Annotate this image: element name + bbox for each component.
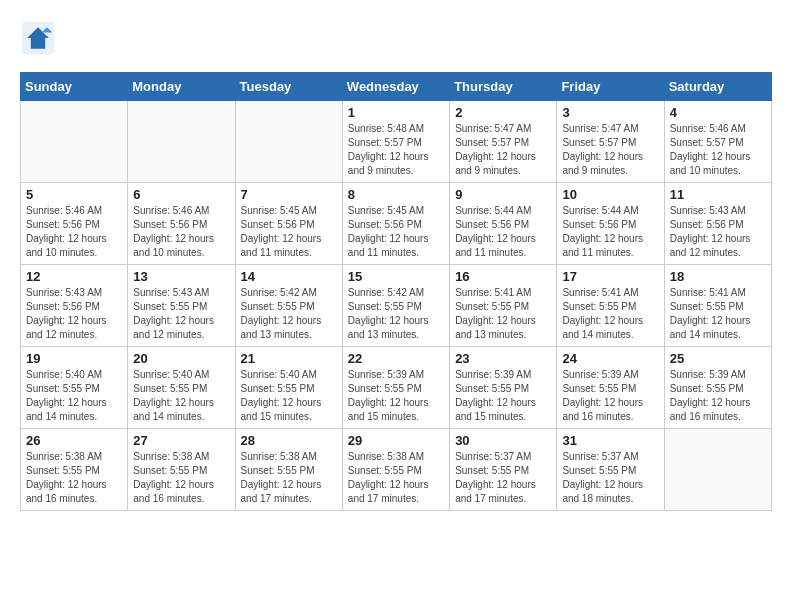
calendar-header-row: SundayMondayTuesdayWednesdayThursdayFrid… bbox=[21, 73, 772, 101]
day-info: Sunrise: 5:43 AM Sunset: 5:55 PM Dayligh… bbox=[133, 286, 229, 342]
calendar-cell bbox=[664, 429, 771, 511]
calendar-cell: 19Sunrise: 5:40 AM Sunset: 5:55 PM Dayli… bbox=[21, 347, 128, 429]
day-info: Sunrise: 5:38 AM Sunset: 5:55 PM Dayligh… bbox=[348, 450, 444, 506]
day-info: Sunrise: 5:38 AM Sunset: 5:55 PM Dayligh… bbox=[26, 450, 122, 506]
calendar-cell: 2Sunrise: 5:47 AM Sunset: 5:57 PM Daylig… bbox=[450, 101, 557, 183]
day-info: Sunrise: 5:38 AM Sunset: 5:55 PM Dayligh… bbox=[241, 450, 337, 506]
day-info: Sunrise: 5:41 AM Sunset: 5:55 PM Dayligh… bbox=[455, 286, 551, 342]
day-header-wednesday: Wednesday bbox=[342, 73, 449, 101]
calendar-cell: 21Sunrise: 5:40 AM Sunset: 5:55 PM Dayli… bbox=[235, 347, 342, 429]
day-header-thursday: Thursday bbox=[450, 73, 557, 101]
day-number: 31 bbox=[562, 433, 658, 448]
calendar-cell: 9Sunrise: 5:44 AM Sunset: 5:56 PM Daylig… bbox=[450, 183, 557, 265]
day-number: 16 bbox=[455, 269, 551, 284]
day-info: Sunrise: 5:44 AM Sunset: 5:56 PM Dayligh… bbox=[455, 204, 551, 260]
day-info: Sunrise: 5:40 AM Sunset: 5:55 PM Dayligh… bbox=[133, 368, 229, 424]
calendar-cell: 28Sunrise: 5:38 AM Sunset: 5:55 PM Dayli… bbox=[235, 429, 342, 511]
calendar-cell: 4Sunrise: 5:46 AM Sunset: 5:57 PM Daylig… bbox=[664, 101, 771, 183]
day-info: Sunrise: 5:42 AM Sunset: 5:55 PM Dayligh… bbox=[241, 286, 337, 342]
day-number: 3 bbox=[562, 105, 658, 120]
day-number: 21 bbox=[241, 351, 337, 366]
day-header-saturday: Saturday bbox=[664, 73, 771, 101]
calendar-cell: 27Sunrise: 5:38 AM Sunset: 5:55 PM Dayli… bbox=[128, 429, 235, 511]
day-info: Sunrise: 5:44 AM Sunset: 5:56 PM Dayligh… bbox=[562, 204, 658, 260]
calendar-cell: 15Sunrise: 5:42 AM Sunset: 5:55 PM Dayli… bbox=[342, 265, 449, 347]
day-number: 27 bbox=[133, 433, 229, 448]
day-number: 20 bbox=[133, 351, 229, 366]
day-info: Sunrise: 5:42 AM Sunset: 5:55 PM Dayligh… bbox=[348, 286, 444, 342]
calendar-cell: 1Sunrise: 5:48 AM Sunset: 5:57 PM Daylig… bbox=[342, 101, 449, 183]
day-info: Sunrise: 5:43 AM Sunset: 5:56 PM Dayligh… bbox=[670, 204, 766, 260]
day-info: Sunrise: 5:46 AM Sunset: 5:56 PM Dayligh… bbox=[26, 204, 122, 260]
day-header-tuesday: Tuesday bbox=[235, 73, 342, 101]
calendar-cell: 29Sunrise: 5:38 AM Sunset: 5:55 PM Dayli… bbox=[342, 429, 449, 511]
calendar-cell: 8Sunrise: 5:45 AM Sunset: 5:56 PM Daylig… bbox=[342, 183, 449, 265]
calendar-cell bbox=[235, 101, 342, 183]
day-info: Sunrise: 5:46 AM Sunset: 5:57 PM Dayligh… bbox=[670, 122, 766, 178]
calendar-cell: 18Sunrise: 5:41 AM Sunset: 5:55 PM Dayli… bbox=[664, 265, 771, 347]
day-number: 8 bbox=[348, 187, 444, 202]
logo bbox=[20, 20, 62, 56]
day-number: 14 bbox=[241, 269, 337, 284]
day-number: 24 bbox=[562, 351, 658, 366]
calendar-cell: 6Sunrise: 5:46 AM Sunset: 5:56 PM Daylig… bbox=[128, 183, 235, 265]
day-number: 13 bbox=[133, 269, 229, 284]
day-info: Sunrise: 5:37 AM Sunset: 5:55 PM Dayligh… bbox=[562, 450, 658, 506]
calendar-week-row: 12Sunrise: 5:43 AM Sunset: 5:56 PM Dayli… bbox=[21, 265, 772, 347]
calendar-cell: 31Sunrise: 5:37 AM Sunset: 5:55 PM Dayli… bbox=[557, 429, 664, 511]
calendar-cell: 23Sunrise: 5:39 AM Sunset: 5:55 PM Dayli… bbox=[450, 347, 557, 429]
day-info: Sunrise: 5:39 AM Sunset: 5:55 PM Dayligh… bbox=[348, 368, 444, 424]
day-number: 6 bbox=[133, 187, 229, 202]
day-info: Sunrise: 5:39 AM Sunset: 5:55 PM Dayligh… bbox=[670, 368, 766, 424]
day-number: 29 bbox=[348, 433, 444, 448]
calendar-cell: 24Sunrise: 5:39 AM Sunset: 5:55 PM Dayli… bbox=[557, 347, 664, 429]
day-info: Sunrise: 5:46 AM Sunset: 5:56 PM Dayligh… bbox=[133, 204, 229, 260]
day-info: Sunrise: 5:48 AM Sunset: 5:57 PM Dayligh… bbox=[348, 122, 444, 178]
calendar-cell: 14Sunrise: 5:42 AM Sunset: 5:55 PM Dayli… bbox=[235, 265, 342, 347]
day-info: Sunrise: 5:39 AM Sunset: 5:55 PM Dayligh… bbox=[562, 368, 658, 424]
day-info: Sunrise: 5:38 AM Sunset: 5:55 PM Dayligh… bbox=[133, 450, 229, 506]
day-number: 23 bbox=[455, 351, 551, 366]
day-number: 15 bbox=[348, 269, 444, 284]
calendar-cell: 12Sunrise: 5:43 AM Sunset: 5:56 PM Dayli… bbox=[21, 265, 128, 347]
day-info: Sunrise: 5:39 AM Sunset: 5:55 PM Dayligh… bbox=[455, 368, 551, 424]
day-info: Sunrise: 5:45 AM Sunset: 5:56 PM Dayligh… bbox=[348, 204, 444, 260]
page-header bbox=[20, 20, 772, 56]
day-info: Sunrise: 5:41 AM Sunset: 5:55 PM Dayligh… bbox=[670, 286, 766, 342]
day-info: Sunrise: 5:47 AM Sunset: 5:57 PM Dayligh… bbox=[562, 122, 658, 178]
calendar-cell: 13Sunrise: 5:43 AM Sunset: 5:55 PM Dayli… bbox=[128, 265, 235, 347]
day-number: 26 bbox=[26, 433, 122, 448]
day-number: 10 bbox=[562, 187, 658, 202]
day-number: 7 bbox=[241, 187, 337, 202]
day-number: 28 bbox=[241, 433, 337, 448]
day-header-monday: Monday bbox=[128, 73, 235, 101]
calendar-week-row: 5Sunrise: 5:46 AM Sunset: 5:56 PM Daylig… bbox=[21, 183, 772, 265]
calendar-cell: 25Sunrise: 5:39 AM Sunset: 5:55 PM Dayli… bbox=[664, 347, 771, 429]
calendar-week-row: 26Sunrise: 5:38 AM Sunset: 5:55 PM Dayli… bbox=[21, 429, 772, 511]
day-info: Sunrise: 5:47 AM Sunset: 5:57 PM Dayligh… bbox=[455, 122, 551, 178]
day-header-sunday: Sunday bbox=[21, 73, 128, 101]
day-number: 4 bbox=[670, 105, 766, 120]
calendar-cell: 5Sunrise: 5:46 AM Sunset: 5:56 PM Daylig… bbox=[21, 183, 128, 265]
calendar-week-row: 1Sunrise: 5:48 AM Sunset: 5:57 PM Daylig… bbox=[21, 101, 772, 183]
day-info: Sunrise: 5:45 AM Sunset: 5:56 PM Dayligh… bbox=[241, 204, 337, 260]
day-number: 11 bbox=[670, 187, 766, 202]
day-number: 5 bbox=[26, 187, 122, 202]
calendar-table: SundayMondayTuesdayWednesdayThursdayFrid… bbox=[20, 72, 772, 511]
calendar-cell bbox=[128, 101, 235, 183]
day-info: Sunrise: 5:41 AM Sunset: 5:55 PM Dayligh… bbox=[562, 286, 658, 342]
day-info: Sunrise: 5:40 AM Sunset: 5:55 PM Dayligh… bbox=[241, 368, 337, 424]
day-number: 18 bbox=[670, 269, 766, 284]
calendar-cell: 26Sunrise: 5:38 AM Sunset: 5:55 PM Dayli… bbox=[21, 429, 128, 511]
day-number: 9 bbox=[455, 187, 551, 202]
calendar-cell bbox=[21, 101, 128, 183]
calendar-cell: 20Sunrise: 5:40 AM Sunset: 5:55 PM Dayli… bbox=[128, 347, 235, 429]
day-number: 19 bbox=[26, 351, 122, 366]
calendar-cell: 11Sunrise: 5:43 AM Sunset: 5:56 PM Dayli… bbox=[664, 183, 771, 265]
calendar-cell: 16Sunrise: 5:41 AM Sunset: 5:55 PM Dayli… bbox=[450, 265, 557, 347]
calendar-cell: 7Sunrise: 5:45 AM Sunset: 5:56 PM Daylig… bbox=[235, 183, 342, 265]
calendar-cell: 17Sunrise: 5:41 AM Sunset: 5:55 PM Dayli… bbox=[557, 265, 664, 347]
day-info: Sunrise: 5:37 AM Sunset: 5:55 PM Dayligh… bbox=[455, 450, 551, 506]
day-header-friday: Friday bbox=[557, 73, 664, 101]
day-info: Sunrise: 5:40 AM Sunset: 5:55 PM Dayligh… bbox=[26, 368, 122, 424]
